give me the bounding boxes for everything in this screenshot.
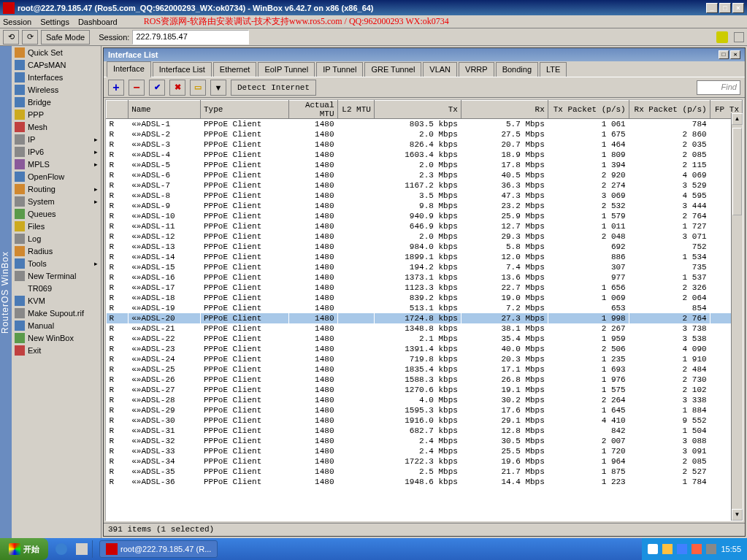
menu-item-files[interactable]: Files xyxy=(12,220,101,232)
table-row[interactable]: R«»ADSL-3PPPoE Client1480826.4 kbps20.7 … xyxy=(107,139,743,150)
menu-dashboard[interactable]: Dashboard xyxy=(78,18,118,26)
menu-item-ipv6[interactable]: IPv6▸ xyxy=(12,145,101,158)
menu-item-queues[interactable]: Queues xyxy=(12,207,101,220)
menu-settings[interactable]: Settings xyxy=(40,18,69,26)
tab-lte[interactable]: LTE xyxy=(540,62,567,77)
iface-close-button[interactable]: × xyxy=(730,50,740,59)
menu-item-ip[interactable]: IP▸ xyxy=(12,133,101,145)
table-row[interactable]: R«»ADSL-7PPPoE Client14801167.2 kbps36.3… xyxy=(107,180,743,191)
table-row[interactable]: R«»ADSL-31PPPoE Client1480682.7 kbps12.8… xyxy=(107,426,743,436)
table-row[interactable]: R«»ADSL-12PPPoE Client14802.0 Mbps29.3 M… xyxy=(107,231,743,242)
column-header[interactable]: Name xyxy=(129,101,201,119)
column-header[interactable]: Tx Packet (p/s) xyxy=(548,101,629,119)
clock[interactable]: 15:55 xyxy=(721,545,741,553)
tab-vrrp[interactable]: VRRP xyxy=(459,62,494,77)
column-header[interactable]: L2 MTU xyxy=(337,101,374,119)
vertical-scrollbar[interactable]: ▲ ▼ xyxy=(731,113,743,521)
table-row[interactable]: R«»ADSL-36PPPoE Client14801948.6 kbps14.… xyxy=(107,477,743,487)
column-header[interactable]: Tx xyxy=(374,101,461,119)
menu-item-routing[interactable]: Routing▸ xyxy=(12,183,101,195)
table-row[interactable]: R«»ADSL-35PPPoE Client14802.5 Mbps21.7 M… xyxy=(107,467,743,477)
tab-ip-tunnel[interactable]: IP Tunnel xyxy=(316,62,363,77)
scroll-down-button[interactable]: ▼ xyxy=(732,509,743,521)
tray-icon[interactable] xyxy=(648,544,658,554)
back-button[interactable]: ⟲ xyxy=(3,30,19,45)
tab-bonding[interactable]: Bonding xyxy=(496,62,538,77)
table-row[interactable]: R«»ADSL-4PPPoE Client14801603.4 kbps18.9… xyxy=(107,150,743,160)
column-header[interactable]: Actual MTU xyxy=(288,101,337,119)
close-button[interactable]: × xyxy=(732,3,744,13)
table-row[interactable]: R«»ADSL-1PPPoE Client1480803.5 kbps5.7 M… xyxy=(107,119,743,129)
tray-icon[interactable] xyxy=(692,544,702,554)
tray-icon[interactable] xyxy=(677,544,687,554)
table-row[interactable]: R«»ADSL-28PPPoE Client14804.0 Mbps30.2 M… xyxy=(107,395,743,405)
tab-vlan[interactable]: VLAN xyxy=(423,62,457,77)
menu-item-openflow[interactable]: OpenFlow xyxy=(12,170,101,183)
menu-item-wireless[interactable]: Wireless xyxy=(12,83,101,96)
menu-item-tools[interactable]: Tools▸ xyxy=(12,257,101,269)
table-row[interactable]: R«»ADSL-29PPPoE Client14801595.3 kbps17.… xyxy=(107,405,743,415)
tab-interface-list[interactable]: Interface List xyxy=(153,62,212,77)
tab-ethernet[interactable]: Ethernet xyxy=(213,62,257,77)
menu-item-log[interactable]: Log xyxy=(12,232,101,245)
system-tray[interactable]: 15:55 xyxy=(642,538,747,560)
table-row[interactable]: R«»ADSL-9PPPoE Client14809.8 Mbps23.2 Mb… xyxy=(107,201,743,211)
table-row[interactable]: R«»ADSL-6PPPoE Client14802.3 Mbps40.5 Mb… xyxy=(107,170,743,180)
menu-item-mesh[interactable]: Mesh xyxy=(12,120,101,133)
forward-button[interactable]: ⟳ xyxy=(22,30,38,45)
disable-button[interactable]: ✖ xyxy=(169,80,185,96)
table-row[interactable]: R«»ADSL-32PPPoE Client14802.4 Mbps30.5 M… xyxy=(107,436,743,446)
menu-item-capsman[interactable]: CAPsMAN xyxy=(12,58,101,71)
table-row[interactable]: R«»ADSL-2PPPoE Client14802.0 Mbps27.5 Mb… xyxy=(107,129,743,139)
comment-button[interactable]: ▭ xyxy=(190,80,206,96)
column-header[interactable] xyxy=(107,101,129,119)
table-row[interactable]: R«»ADSL-13PPPoE Client1480984.0 kbps5.8 … xyxy=(107,242,743,252)
tray-icon[interactable] xyxy=(706,544,716,554)
tray-icon[interactable] xyxy=(662,544,673,554)
filter-button[interactable]: ▼ xyxy=(210,80,226,96)
table-row[interactable]: R«»ADSL-5PPPoE Client14802.0 Mbps17.8 Mb… xyxy=(107,160,743,170)
quick-launch-ie[interactable] xyxy=(53,540,70,558)
scroll-up-button[interactable]: ▲ xyxy=(732,113,743,125)
menu-item-make-supout.rif[interactable]: Make Supout.rif xyxy=(12,307,101,319)
menu-item-bridge[interactable]: Bridge xyxy=(12,96,101,108)
start-button[interactable]: 开始 xyxy=(0,538,48,560)
table-row[interactable]: R«»ADSL-20PPPoE Client14801724.8 kbps27.… xyxy=(107,313,743,323)
menu-item-new-terminal[interactable]: New Terminal xyxy=(12,269,101,282)
table-row[interactable]: R«»ADSL-14PPPoE Client14801899.1 kbps12.… xyxy=(107,252,743,262)
menu-item-mpls[interactable]: MPLS▸ xyxy=(12,158,101,170)
find-input[interactable]: Find xyxy=(697,80,740,95)
menu-item-manual[interactable]: Manual xyxy=(12,319,101,331)
remove-button[interactable]: − xyxy=(129,80,145,96)
column-header[interactable]: Type xyxy=(201,101,289,119)
scroll-thumb[interactable] xyxy=(732,128,742,215)
menu-session[interactable]: Session xyxy=(3,18,31,26)
menu-item-system[interactable]: System▸ xyxy=(12,195,101,207)
table-row[interactable]: R«»ADSL-23PPPoE Client14801391.4 kbps40.… xyxy=(107,344,743,354)
enable-button[interactable]: ✔ xyxy=(149,80,165,96)
quick-launch-desktop[interactable] xyxy=(73,540,91,558)
tab-interface[interactable]: Interface xyxy=(107,61,151,77)
table-row[interactable]: R«»ADSL-30PPPoE Client14801916.0 kbps29.… xyxy=(107,415,743,426)
column-header[interactable]: Rx xyxy=(461,101,548,119)
minimize-button[interactable]: _ xyxy=(706,3,718,13)
maximize-button[interactable]: □ xyxy=(719,3,731,13)
table-row[interactable]: R«»ADSL-10PPPoE Client1480940.9 kbps25.9… xyxy=(107,211,743,221)
table-row[interactable]: R«»ADSL-11PPPoE Client1480646.9 kbps12.7… xyxy=(107,221,743,231)
menu-item-tr069[interactable]: TR069 xyxy=(12,282,101,294)
table-row[interactable]: R«»ADSL-19PPPoE Client1480513.1 kbps7.2 … xyxy=(107,303,743,313)
taskbar-item-winbox[interactable]: root@222.79.185.47 (R... xyxy=(99,540,218,558)
table-row[interactable]: R«»ADSL-24PPPoE Client1480719.8 kbps20.3… xyxy=(107,354,743,364)
menu-item-radius[interactable]: Radius xyxy=(12,245,101,257)
lock-icon[interactable] xyxy=(716,31,728,43)
safe-mode-button[interactable]: Safe Mode xyxy=(41,30,90,45)
tab-gre-tunnel[interactable]: GRE Tunnel xyxy=(364,62,421,77)
add-button[interactable]: + xyxy=(108,80,124,96)
table-row[interactable]: R«»ADSL-25PPPoE Client14801835.4 kbps17.… xyxy=(107,364,743,375)
menu-item-interfaces[interactable]: Interfaces xyxy=(12,71,101,83)
table-row[interactable]: R«»ADSL-34PPPoE Client14801722.3 kbps19.… xyxy=(107,456,743,467)
table-row[interactable]: R«»ADSL-27PPPoE Client14801270.6 kbps19.… xyxy=(107,385,743,395)
table-row[interactable]: R«»ADSL-16PPPoE Client14801373.1 kbps13.… xyxy=(107,272,743,283)
table-row[interactable]: R«»ADSL-18PPPoE Client1480839.2 kbps19.0… xyxy=(107,293,743,303)
table-row[interactable]: R«»ADSL-33PPPoE Client14802.4 Mbps25.5 M… xyxy=(107,446,743,456)
